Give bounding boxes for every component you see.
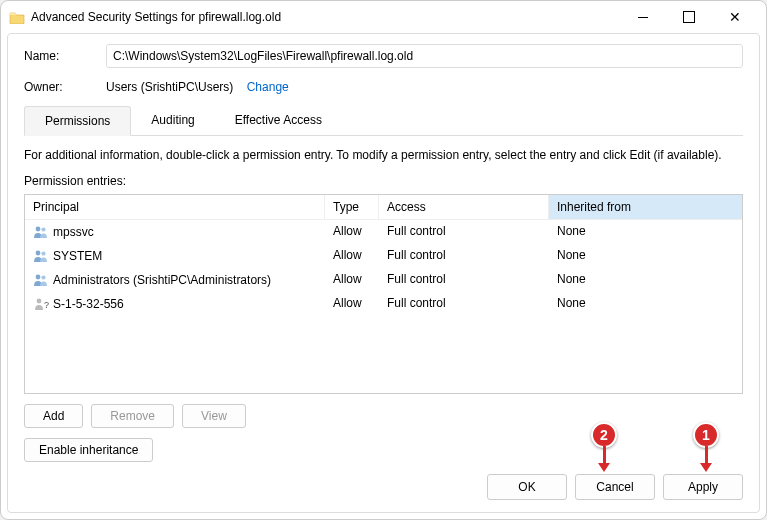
principal-icon [33, 224, 49, 240]
table-row[interactable]: Administrators (SrishtiPC\Administrators… [25, 268, 742, 292]
cell-access: Full control [379, 245, 549, 267]
name-label: Name: [24, 49, 106, 63]
permission-entries-label: Permission entries: [24, 174, 743, 188]
table-body: mpssvcAllowFull controlNoneSYSTEMAllowFu… [25, 220, 742, 316]
table-row[interactable]: mpssvcAllowFull controlNone [25, 220, 742, 244]
minimize-button[interactable] [620, 3, 666, 31]
info-text: For additional information, double-click… [24, 148, 743, 162]
owner-label: Owner: [24, 80, 106, 94]
principal-name: SYSTEM [53, 249, 102, 263]
folder-icon [9, 10, 25, 24]
table-row[interactable]: ?S-1-5-32-556AllowFull controlNone [25, 292, 742, 316]
svg-point-3 [41, 251, 45, 255]
name-value[interactable]: C:\Windows\System32\LogFiles\Firewall\pf… [106, 44, 743, 68]
permission-table: Principal Type Access Inherited from mps… [24, 194, 743, 394]
cell-inherited: None [549, 245, 742, 267]
cell-inherited: None [549, 221, 742, 243]
cell-access: Full control [379, 293, 549, 315]
inheritance-row: Enable inheritance [24, 438, 743, 462]
name-row: Name: C:\Windows\System32\LogFiles\Firew… [24, 44, 743, 68]
content-panel: Name: C:\Windows\System32\LogFiles\Firew… [7, 33, 760, 513]
remove-button[interactable]: Remove [91, 404, 174, 428]
svg-point-2 [36, 251, 41, 256]
callout-1: 1 [693, 422, 719, 448]
principal-icon [33, 248, 49, 264]
cell-type: Allow [325, 293, 379, 315]
owner-row: Owner: Users (SrishtiPC\Users) Change [24, 80, 743, 94]
entry-buttons: Add Remove View [24, 404, 743, 428]
enable-inheritance-button[interactable]: Enable inheritance [24, 438, 153, 462]
ok-button[interactable]: OK [487, 474, 567, 500]
view-button[interactable]: View [182, 404, 246, 428]
principal-name: S-1-5-32-556 [53, 297, 124, 311]
principal-name: mpssvc [53, 225, 94, 239]
svg-point-1 [41, 227, 45, 231]
header-type[interactable]: Type [325, 195, 379, 219]
tab-permissions[interactable]: Permissions [24, 106, 131, 136]
cell-inherited: None [549, 293, 742, 315]
titlebar: Advanced Security Settings for pfirewall… [1, 1, 766, 33]
cell-access: Full control [379, 269, 549, 291]
cell-type: Allow [325, 221, 379, 243]
svg-point-6 [37, 299, 42, 304]
dialog-window: Advanced Security Settings for pfirewall… [0, 0, 767, 520]
svg-point-4 [36, 275, 41, 280]
window-controls: ✕ [620, 3, 758, 31]
table-header: Principal Type Access Inherited from [25, 195, 742, 220]
svg-point-5 [41, 275, 45, 279]
header-access[interactable]: Access [379, 195, 549, 219]
apply-button[interactable]: Apply [663, 474, 743, 500]
window-title: Advanced Security Settings for pfirewall… [31, 10, 620, 24]
principal-icon [33, 272, 49, 288]
cell-access: Full control [379, 221, 549, 243]
cell-type: Allow [325, 245, 379, 267]
close-button[interactable]: ✕ [712, 3, 758, 31]
tab-auditing[interactable]: Auditing [131, 106, 214, 135]
callout-2: 2 [591, 422, 617, 448]
svg-text:?: ? [44, 300, 49, 310]
owner-value-cell: Users (SrishtiPC\Users) Change [106, 80, 743, 94]
owner-value: Users (SrishtiPC\Users) [106, 80, 233, 94]
tabs: Permissions Auditing Effective Access [24, 106, 743, 136]
tab-effective-access[interactable]: Effective Access [215, 106, 342, 135]
principal-name: Administrators (SrishtiPC\Administrators… [53, 273, 271, 287]
table-row[interactable]: SYSTEMAllowFull controlNone [25, 244, 742, 268]
cell-inherited: None [549, 269, 742, 291]
add-button[interactable]: Add [24, 404, 83, 428]
change-owner-link[interactable]: Change [247, 80, 289, 94]
cancel-button[interactable]: Cancel [575, 474, 655, 500]
svg-point-0 [36, 227, 41, 232]
header-inherited[interactable]: Inherited from [549, 195, 742, 219]
footer-buttons: 2 1 OK Cancel Apply [24, 474, 743, 500]
maximize-button[interactable] [666, 3, 712, 31]
cell-type: Allow [325, 269, 379, 291]
header-principal[interactable]: Principal [25, 195, 325, 219]
principal-icon: ? [33, 296, 49, 312]
